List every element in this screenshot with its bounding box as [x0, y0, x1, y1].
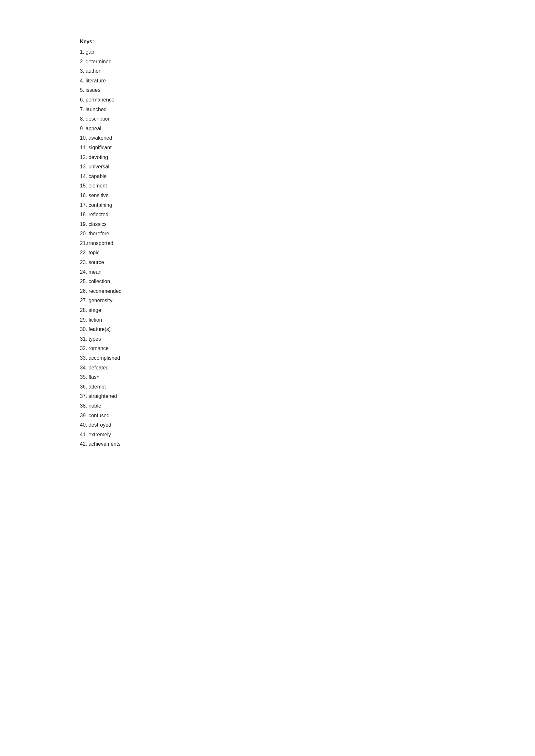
list-item: 2. determined — [80, 57, 535, 67]
list-item: 11. significant — [80, 143, 535, 152]
list-item: 26. recommended — [80, 286, 535, 296]
list-item: 10. awakened — [80, 133, 535, 143]
list-item: 37. straightened — [80, 392, 535, 401]
list-item: 19. classics — [80, 220, 535, 229]
list-item: 34. defeated — [80, 363, 535, 373]
list-item: 1. gap — [80, 47, 535, 57]
list-item: 12. devoting — [80, 152, 535, 162]
list-item: 27. generosity — [80, 296, 535, 306]
list-item: 36. attempt — [80, 382, 535, 392]
list-item: 32. romance — [80, 343, 535, 353]
list-item: 40. destroyed — [80, 420, 535, 430]
list-item: 25. collection — [80, 277, 535, 286]
list-item: 20. therefore — [80, 229, 535, 238]
list-item: 7. launched — [80, 105, 535, 114]
list-item: 21.transported — [80, 238, 535, 248]
list-item: 42. achievements — [80, 439, 535, 449]
list-item: 38. noble — [80, 401, 535, 411]
list-item: 39. confused — [80, 411, 535, 420]
list-item: 17. containing — [80, 201, 535, 210]
list-item: 28. stage — [80, 306, 535, 315]
list-item: 4. literature — [80, 76, 535, 86]
list-item: 6. permanence — [80, 95, 535, 105]
list-item: 41. extremely — [80, 430, 535, 440]
list-item: 9. appeal — [80, 124, 535, 133]
list-item: 5. issues — [80, 85, 535, 95]
list-item: 35. flash — [80, 372, 535, 382]
keys-label: Keys: — [80, 39, 535, 44]
list-item: 30. feature(s) — [80, 325, 535, 334]
list-item: 33. accomplished — [80, 353, 535, 363]
list-item: 14. capable — [80, 172, 535, 181]
list-item: 15. element — [80, 181, 535, 191]
list-item: 22. topic — [80, 248, 535, 257]
list-item: 13. universal — [80, 162, 535, 172]
page-container: Keys: 1. gap2. determined3. author4. lit… — [0, 0, 535, 488]
list-item: 29. fiction — [80, 315, 535, 325]
list-container: 1. gap2. determined3. author4. literatur… — [80, 47, 535, 449]
list-item: 18. reflected — [80, 210, 535, 220]
list-item: 31. types — [80, 334, 535, 344]
list-item: 8. description — [80, 114, 535, 124]
list-item: 3. author — [80, 66, 535, 76]
list-item: 16. sensitive — [80, 191, 535, 201]
list-item: 24. mean — [80, 267, 535, 277]
list-item: 23. source — [80, 257, 535, 267]
